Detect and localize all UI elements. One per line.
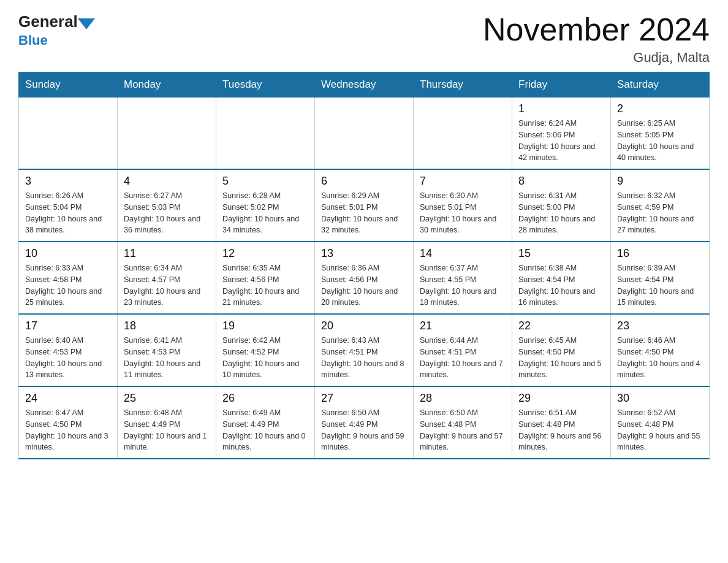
day-number: 22: [518, 320, 604, 332]
day-number: 7: [420, 175, 506, 188]
calendar-week-row: 17Sunrise: 6:40 AMSunset: 4:53 PMDayligh…: [19, 314, 710, 386]
calendar-header-row: SundayMondayTuesdayWednesdayThursdayFrid…: [19, 72, 710, 98]
day-info: Sunrise: 6:48 AMSunset: 4:49 PMDaylight:…: [124, 407, 210, 453]
calendar-cell: 21Sunrise: 6:44 AMSunset: 4:51 PMDayligh…: [414, 314, 512, 386]
day-info: Sunrise: 6:40 AMSunset: 4:53 PMDaylight:…: [25, 335, 111, 381]
calendar-cell: 24Sunrise: 6:47 AMSunset: 4:50 PMDayligh…: [19, 386, 118, 459]
calendar-header: SundayMondayTuesdayWednesdayThursdayFrid…: [19, 72, 710, 98]
calendar-header-day: Tuesday: [216, 72, 315, 98]
calendar-cell: 3Sunrise: 6:26 AMSunset: 5:04 PMDaylight…: [19, 169, 118, 242]
calendar-header-day: Friday: [512, 72, 611, 98]
calendar-cell: [216, 98, 315, 170]
calendar-cell: 15Sunrise: 6:38 AMSunset: 4:54 PMDayligh…: [512, 242, 611, 314]
calendar-week-row: 24Sunrise: 6:47 AMSunset: 4:50 PMDayligh…: [19, 386, 710, 459]
calendar-header-day: Saturday: [611, 72, 710, 98]
day-number: 15: [518, 247, 604, 260]
day-info: Sunrise: 6:43 AMSunset: 4:51 PMDaylight:…: [321, 335, 407, 381]
day-number: 18: [124, 320, 210, 332]
calendar-cell: 19Sunrise: 6:42 AMSunset: 4:52 PMDayligh…: [216, 314, 315, 386]
day-info: Sunrise: 6:52 AMSunset: 4:48 PMDaylight:…: [617, 407, 703, 453]
page-subtitle: Gudja, Malta: [483, 50, 710, 66]
calendar-cell: 8Sunrise: 6:31 AMSunset: 5:00 PMDaylight…: [512, 169, 611, 242]
day-info: Sunrise: 6:30 AMSunset: 5:01 PMDaylight:…: [420, 190, 506, 236]
day-info: Sunrise: 6:45 AMSunset: 4:50 PMDaylight:…: [518, 335, 604, 381]
day-number: 16: [617, 247, 703, 260]
day-info: Sunrise: 6:32 AMSunset: 4:59 PMDaylight:…: [617, 190, 703, 236]
calendar-cell: 17Sunrise: 6:40 AMSunset: 4:53 PMDayligh…: [19, 314, 118, 386]
day-number: 21: [420, 320, 506, 332]
day-info: Sunrise: 6:36 AMSunset: 4:56 PMDaylight:…: [321, 262, 407, 308]
day-info: Sunrise: 6:24 AMSunset: 5:06 PMDaylight:…: [518, 118, 604, 164]
calendar-cell: 10Sunrise: 6:33 AMSunset: 4:58 PMDayligh…: [19, 242, 118, 314]
day-info: Sunrise: 6:37 AMSunset: 4:55 PMDaylight:…: [420, 262, 506, 308]
calendar-cell: 27Sunrise: 6:50 AMSunset: 4:49 PMDayligh…: [315, 386, 414, 459]
calendar-week-row: 3Sunrise: 6:26 AMSunset: 5:04 PMDaylight…: [19, 169, 710, 242]
day-number: 24: [25, 392, 111, 405]
calendar-cell: 16Sunrise: 6:39 AMSunset: 4:54 PMDayligh…: [611, 242, 710, 314]
day-number: 14: [420, 247, 506, 260]
day-info: Sunrise: 6:26 AMSunset: 5:04 PMDaylight:…: [25, 190, 111, 236]
day-info: Sunrise: 6:42 AMSunset: 4:52 PMDaylight:…: [222, 335, 308, 381]
day-info: Sunrise: 6:31 AMSunset: 5:00 PMDaylight:…: [518, 190, 604, 236]
calendar-cell: 18Sunrise: 6:41 AMSunset: 4:53 PMDayligh…: [118, 314, 216, 386]
calendar-cell: 23Sunrise: 6:46 AMSunset: 4:50 PMDayligh…: [611, 314, 710, 386]
day-number: 25: [124, 392, 210, 405]
day-info: Sunrise: 6:39 AMSunset: 4:54 PMDaylight:…: [617, 262, 703, 308]
calendar-cell: 11Sunrise: 6:34 AMSunset: 4:57 PMDayligh…: [118, 242, 216, 314]
calendar-cell: 29Sunrise: 6:51 AMSunset: 4:48 PMDayligh…: [512, 386, 611, 459]
logo-text-blue: Blue: [18, 33, 48, 48]
day-info: Sunrise: 6:50 AMSunset: 4:48 PMDaylight:…: [420, 407, 506, 453]
calendar-cell: [315, 98, 414, 170]
calendar-cell: 6Sunrise: 6:29 AMSunset: 5:01 PMDaylight…: [315, 169, 414, 242]
day-number: 29: [518, 392, 604, 405]
calendar-cell: 14Sunrise: 6:37 AMSunset: 4:55 PMDayligh…: [414, 242, 512, 314]
calendar-table: SundayMondayTuesdayWednesdayThursdayFrid…: [18, 72, 710, 459]
day-number: 26: [222, 392, 308, 405]
calendar-cell: 25Sunrise: 6:48 AMSunset: 4:49 PMDayligh…: [118, 386, 216, 459]
calendar-cell: 7Sunrise: 6:30 AMSunset: 5:01 PMDaylight…: [414, 169, 512, 242]
calendar-cell: 9Sunrise: 6:32 AMSunset: 4:59 PMDaylight…: [611, 169, 710, 242]
logo: General Blue: [18, 12, 95, 48]
day-number: 8: [518, 175, 604, 188]
page-title: November 2024: [483, 12, 710, 47]
calendar-cell: 30Sunrise: 6:52 AMSunset: 4:48 PMDayligh…: [611, 386, 710, 459]
day-info: Sunrise: 6:34 AMSunset: 4:57 PMDaylight:…: [124, 262, 210, 308]
day-number: 6: [321, 175, 407, 188]
day-info: Sunrise: 6:27 AMSunset: 5:03 PMDaylight:…: [124, 190, 210, 236]
calendar-cell: 12Sunrise: 6:35 AMSunset: 4:56 PMDayligh…: [216, 242, 315, 314]
day-info: Sunrise: 6:44 AMSunset: 4:51 PMDaylight:…: [420, 335, 506, 381]
day-number: 2: [617, 102, 703, 115]
calendar-cell: 13Sunrise: 6:36 AMSunset: 4:56 PMDayligh…: [315, 242, 414, 314]
day-number: 17: [25, 320, 111, 332]
day-info: Sunrise: 6:33 AMSunset: 4:58 PMDaylight:…: [25, 262, 111, 308]
calendar-header-day: Sunday: [19, 72, 118, 98]
day-info: Sunrise: 6:29 AMSunset: 5:01 PMDaylight:…: [321, 190, 407, 236]
calendar-week-row: 10Sunrise: 6:33 AMSunset: 4:58 PMDayligh…: [19, 242, 710, 314]
day-info: Sunrise: 6:50 AMSunset: 4:49 PMDaylight:…: [321, 407, 407, 453]
day-number: 19: [222, 320, 308, 332]
calendar-cell: 26Sunrise: 6:49 AMSunset: 4:49 PMDayligh…: [216, 386, 315, 459]
day-info: Sunrise: 6:25 AMSunset: 5:05 PMDaylight:…: [617, 118, 703, 164]
calendar-cell: [118, 98, 216, 170]
day-number: 1: [518, 102, 604, 115]
day-info: Sunrise: 6:35 AMSunset: 4:56 PMDaylight:…: [222, 262, 308, 308]
day-info: Sunrise: 6:47 AMSunset: 4:50 PMDaylight:…: [25, 407, 111, 453]
calendar-cell: 4Sunrise: 6:27 AMSunset: 5:03 PMDaylight…: [118, 169, 216, 242]
calendar-header-day: Wednesday: [315, 72, 414, 98]
calendar-body: 1Sunrise: 6:24 AMSunset: 5:06 PMDaylight…: [19, 98, 710, 459]
day-number: 13: [321, 247, 407, 260]
day-number: 9: [617, 175, 703, 188]
day-number: 28: [420, 392, 506, 405]
day-number: 5: [222, 175, 308, 188]
day-number: 23: [617, 320, 703, 332]
day-info: Sunrise: 6:46 AMSunset: 4:50 PMDaylight:…: [617, 335, 703, 381]
day-number: 10: [25, 247, 111, 260]
day-info: Sunrise: 6:28 AMSunset: 5:02 PMDaylight:…: [222, 190, 308, 236]
day-number: 30: [617, 392, 703, 405]
logo-triangle-icon: [78, 18, 95, 29]
day-info: Sunrise: 6:51 AMSunset: 4:48 PMDaylight:…: [518, 407, 604, 453]
day-number: 3: [25, 175, 111, 188]
day-number: 20: [321, 320, 407, 332]
calendar-week-row: 1Sunrise: 6:24 AMSunset: 5:06 PMDaylight…: [19, 98, 710, 170]
calendar-header-day: Thursday: [414, 72, 512, 98]
